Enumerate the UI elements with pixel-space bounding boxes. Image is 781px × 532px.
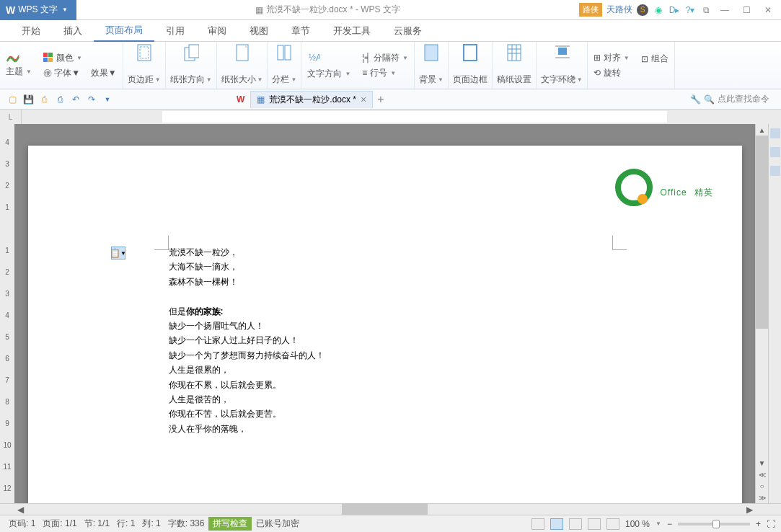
status-spellcheck[interactable]: 拼写检查 [208,517,252,531]
toolbox-icon[interactable]: 🔧 [690,94,701,105]
effects-button[interactable]: 效果▼ [91,67,117,79]
draft-settings-button[interactable]: 稿纸设置 [493,42,537,89]
wps-home-tab[interactable]: W [231,91,250,108]
next-page-button[interactable]: ≫ [756,492,768,503]
d-icon[interactable]: D▸ [669,4,680,16]
text-direction-button[interactable]: 文字方向▼ [307,68,350,80]
status-encrypt[interactable]: 已账号加密 [253,518,302,530]
scroll-right-button[interactable]: ▶ [744,505,755,515]
zoom-label[interactable]: 100 % [625,519,650,529]
status-words[interactable]: 字数: 336 [165,518,208,530]
add-tab-button[interactable]: + [377,93,384,106]
menu-devtools[interactable]: 开发工具 [322,20,382,42]
redo-icon[interactable]: ↷ [84,92,100,107]
search-command-input[interactable]: 点此查找命令 [718,93,769,105]
status-col[interactable]: 列: 1 [139,518,163,530]
save-icon[interactable]: 💾 [20,92,36,107]
new-icon[interactable]: ▢ [4,92,20,107]
menu-insert[interactable]: 插入 [52,20,94,42]
hscroll-thumb[interactable] [342,504,428,515]
scroll-down-button[interactable]: ▼ [756,457,768,469]
view-mode-1[interactable] [531,518,544,530]
page-border-button[interactable]: 页面边框 [449,42,493,89]
status-page[interactable]: 页面: 1/1 [40,518,79,530]
page[interactable]: Office 精英 📋▼ 荒漠不缺一粒沙， 大海不缺一滴水， 森林不缺一棵树！ … [28,146,742,503]
group-button[interactable]: ⊡ 组合 [641,53,669,65]
status-line[interactable]: 行: 1 [114,518,138,530]
sidepanel-item-1[interactable] [770,128,780,138]
document-content[interactable]: 荒漠不缺一粒沙， 大海不缺一滴水， 森林不缺一棵树！ 但是你的家族: 缺少一个扬… [169,245,699,436]
zoom-slider[interactable] [678,523,750,526]
rotate-button[interactable]: ⟲ 旋转 [594,67,621,79]
color-scheme-button[interactable]: 颜色▼ [43,52,82,64]
print-preview-icon[interactable]: ⎙ [36,92,52,107]
svg-rect-9 [278,45,283,60]
theme-button[interactable]: 主题▼ [6,66,32,78]
close-button[interactable]: ✕ [759,3,777,17]
menu-section[interactable]: 章节 [280,20,322,42]
background-button[interactable]: 背景▼ [415,42,449,89]
username[interactable]: 天路侠 [606,4,632,16]
minimize-button[interactable]: — [716,3,733,17]
menubar: 开始 插入 页面布局 引用 审阅 视图 章节 开发工具 云服务 [0,20,781,42]
scroll-left-button[interactable]: ◀ [14,505,26,515]
ruler-vertical[interactable]: 43 21 12 34 56 78 910 1112 [0,124,14,503]
document-tab[interactable]: ▦ 荒漠不缺一粒沙.docx * × [250,91,373,108]
menu-references[interactable]: 引用 [154,20,196,42]
scroll-up-button[interactable]: ▲ [756,124,768,136]
view-mode-3[interactable] [569,518,582,530]
fullscreen-button[interactable]: ⛶ [767,519,775,529]
prev-page-button[interactable]: ≪ [756,469,768,480]
align-button[interactable]: ⊞ 对齐▼ [594,52,630,64]
margins-button[interactable]: 页边距▼ [123,42,166,89]
menu-page-layout[interactable]: 页面布局 [94,20,154,42]
paste-options-icon[interactable]: 📋▼ [111,247,125,260]
orientation-button[interactable]: 纸张方向▼ [166,42,217,89]
columns-button[interactable]: 分栏▼ [268,42,301,89]
doc-icon: ▦ [255,5,263,15]
status-page-no[interactable]: 页码: 1 [6,518,38,530]
s-icon[interactable]: S [637,4,648,16]
text-wrap-button[interactable]: 文字环绕▼ [537,42,588,89]
print-icon[interactable]: ⎙ [52,92,68,107]
sidepanel-item-2[interactable] [770,147,780,157]
menu-cloud[interactable]: 云服务 [382,20,433,42]
undo-icon[interactable]: ↶ [68,92,84,107]
sync-icon[interactable]: ◉ [653,4,664,16]
restore-icon[interactable]: ⧉ [700,4,712,16]
document-area[interactable]: Office 精英 📋▼ 荒漠不缺一粒沙， 大海不缺一滴水， 森林不缺一棵树！ … [14,124,755,503]
vertical-scrollbar[interactable]: ▲ ▼ ≪ ○ ≫ [755,124,768,503]
view-mode-2[interactable] [550,518,563,530]
maximize-button[interactable]: ☐ [738,3,755,17]
status-section[interactable]: 节: 1/1 [81,518,112,530]
theme-colors-icon[interactable] [6,53,20,63]
sidepanel-item-3[interactable] [770,166,780,176]
ruler-corner[interactable]: L [0,110,22,124]
app-logo[interactable]: WWPS 文字▼ [0,0,76,20]
watermark: Office 精英 [614,167,712,208]
help-icon[interactable]: ?▾ [684,4,696,16]
menu-view[interactable]: 视图 [238,20,280,42]
breaks-button[interactable]: ¦╡ 分隔符▼ [362,52,408,64]
menu-start[interactable]: 开始 [10,20,52,42]
dropdown-icon[interactable]: ▼ [100,92,115,107]
zoom-out-button[interactable]: − [667,519,672,529]
svg-rect-0 [43,53,48,57]
paper-size-button[interactable]: 纸张大小▼ [217,42,268,89]
line-numbers-button[interactable]: ≡ 行号▼ [362,67,396,79]
view-mode-5[interactable] [606,518,619,530]
close-tab-button[interactable]: × [361,94,366,105]
search-icon: 🔍 [704,94,715,105]
view-mode-4[interactable] [588,518,601,530]
zoom-in-button[interactable]: + [756,519,761,529]
browse-object-button[interactable]: ○ [756,480,768,492]
horizontal-scrollbar[interactable]: ◀ ▶ [0,503,781,515]
menu-review[interactable]: 审阅 [196,20,238,42]
user-badge[interactable]: 路侠 [579,3,602,17]
svg-rect-2 [43,58,48,62]
office-logo-icon [614,167,654,208]
vscroll-thumb[interactable] [756,136,768,329]
text-direction-icon[interactable]: ½A [307,50,320,65]
ruler-horizontal[interactable]: L [0,110,781,124]
font-scheme-button[interactable]: ㊝ 字体▼ [43,67,80,79]
